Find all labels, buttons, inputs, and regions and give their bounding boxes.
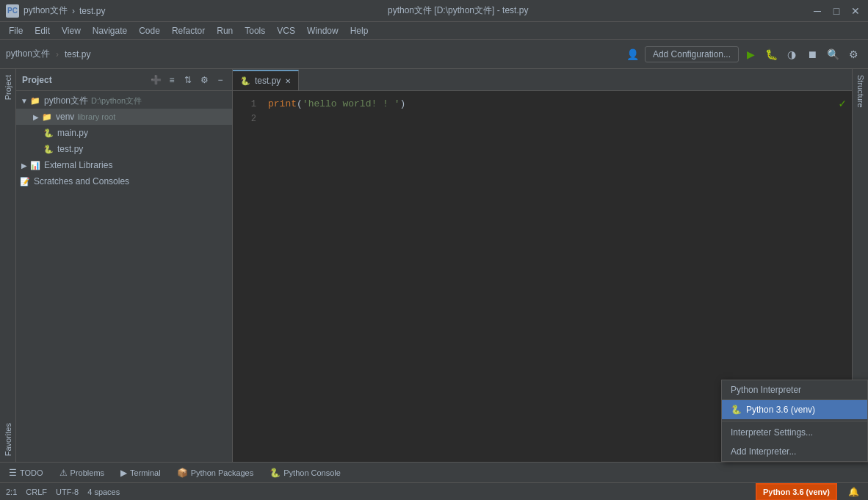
menu-item-vcs[interactable]: VCS bbox=[271, 24, 301, 37]
collapse-icon[interactable]: − bbox=[214, 74, 226, 86]
context-menu: Python Interpreter 🐍 Python 3.6 (venv) I… bbox=[721, 380, 868, 462]
code-line-1: print('hello world! ! ') bbox=[268, 97, 846, 112]
left-sidebar-tab: Project Favorites bbox=[0, 69, 16, 462]
packages-label: Python Packages bbox=[191, 468, 254, 477]
tree-test-py[interactable]: 🐍 test.py bbox=[16, 141, 232, 157]
menu-item-refactor[interactable]: Refactor bbox=[166, 24, 211, 37]
close-button[interactable]: ✕ bbox=[849, 4, 862, 18]
menu-item-window[interactable]: Window bbox=[301, 24, 344, 37]
add-configuration-button[interactable]: Add Configuration... bbox=[645, 46, 739, 62]
search-button[interactable]: 🔍 bbox=[824, 46, 842, 63]
cursor-position: 2:1 bbox=[6, 488, 17, 496]
paren-open: ( bbox=[297, 98, 303, 109]
menu-item-view[interactable]: View bbox=[56, 24, 87, 37]
sort-icon[interactable]: ≡ bbox=[166, 74, 178, 86]
add-folder-icon[interactable]: ➕ bbox=[150, 74, 162, 86]
tree-external-libs[interactable]: ▶ 📊 External Libraries bbox=[16, 157, 232, 173]
settings-button[interactable]: ⚙ bbox=[845, 46, 862, 63]
tree-root-folder[interactable]: ▼ 📁 python文件 D:\python文件 bbox=[16, 93, 232, 109]
venv-folder-icon: 📁 bbox=[41, 111, 53, 123]
line-numbers: 1 2 bbox=[233, 91, 262, 462]
python-console-tab[interactable]: 🐍 Python Console bbox=[267, 466, 344, 479]
run-button[interactable]: ▶ bbox=[742, 46, 759, 63]
line-ending: CRLF bbox=[26, 488, 47, 496]
project-panel: Project ➕ ≡ ⇅ ⚙ − ▼ 📁 python文件 D:\python… bbox=[16, 69, 233, 462]
tree-scratches[interactable]: 📝 Scratches and Consoles bbox=[16, 173, 232, 189]
line-number-2: 2 bbox=[233, 112, 256, 126]
python-packages-tab[interactable]: 📦 Python Packages bbox=[174, 466, 257, 479]
keyword-print: print bbox=[268, 98, 297, 109]
context-menu-item-python36[interactable]: 🐍 Python 3.6 (venv) bbox=[722, 400, 867, 419]
menu-item-tools[interactable]: Tools bbox=[239, 24, 271, 37]
todo-label: TODO bbox=[20, 468, 43, 477]
encoding: UTF-8 bbox=[56, 488, 79, 496]
sidebar-favorites-tab[interactable]: Favorites bbox=[2, 416, 14, 462]
toolbar-breadcrumb: test.py bbox=[65, 49, 90, 59]
add-interpreter-label: Add Interpreter... bbox=[731, 446, 796, 457]
ext-libs-label: External Libraries bbox=[44, 160, 112, 170]
project-tree: ▼ 📁 python文件 D:\python文件 ▶ 📁 venv librar… bbox=[16, 91, 232, 462]
stop-button[interactable]: ⏹ bbox=[803, 46, 821, 63]
console-label: Python Console bbox=[283, 468, 341, 477]
toolbar-project-label: python文件 bbox=[6, 48, 50, 60]
tab-close-icon[interactable]: ✕ bbox=[285, 77, 291, 85]
menu-item-navigate[interactable]: Navigate bbox=[87, 24, 133, 37]
todo-tab[interactable]: ☰ TODO bbox=[6, 466, 46, 479]
packages-icon: 📦 bbox=[177, 468, 188, 478]
terminal-icon: ▶ bbox=[120, 468, 127, 478]
minimize-button[interactable]: ─ bbox=[811, 4, 824, 18]
editor-tabs: 🐍 test.py ✕ bbox=[233, 69, 852, 91]
line-number-1: 1 bbox=[233, 97, 256, 112]
terminal-tab[interactable]: ▶ Terminal bbox=[117, 466, 164, 479]
root-label: python文件 bbox=[44, 95, 88, 107]
project-panel-title: Project bbox=[22, 75, 145, 85]
user-icon[interactable]: 👤 bbox=[624, 46, 642, 63]
scratches-icon: 📝 bbox=[19, 175, 31, 187]
bottom-toolbar: ☰ TODO ⚠ Problems ▶ Terminal 📦 Python Pa… bbox=[0, 462, 868, 482]
string-literal: 'hello world! ! ' bbox=[303, 98, 400, 109]
tab-label: test.py bbox=[255, 76, 281, 86]
structure-tab[interactable]: Structure bbox=[855, 69, 867, 114]
menu-item-file[interactable]: File bbox=[3, 24, 29, 37]
toolbar-right: 👤 Add Configuration... ▶ 🐛 ◑ ⏹ 🔍 ⚙ bbox=[624, 46, 862, 63]
menu-bar: FileEditViewNavigateCodeRefactorRunTools… bbox=[0, 22, 868, 40]
tree-venv[interactable]: ▶ 📁 venv library root bbox=[16, 109, 232, 125]
scratches-label: Scratches and Consoles bbox=[34, 176, 129, 186]
python-interpreter-status[interactable]: Python 3.6 (venv) bbox=[756, 483, 837, 501]
menu-item-run[interactable]: Run bbox=[211, 24, 239, 37]
toolbar-left: python文件 › test.py bbox=[6, 48, 620, 60]
toolbar: python文件 › test.py 👤 Add Configuration..… bbox=[0, 40, 868, 69]
problems-tab[interactable]: ⚠ Problems bbox=[57, 466, 107, 479]
editor-tab-test-py[interactable]: 🐍 test.py ✕ bbox=[233, 70, 299, 90]
root-path: D:\python文件 bbox=[91, 95, 142, 106]
python36-icon: 🐍 bbox=[731, 405, 742, 415]
project-name: python文件 bbox=[23, 4, 68, 17]
test-py-label: test.py bbox=[57, 144, 83, 154]
settings-label: Interpreter Settings... bbox=[731, 427, 813, 438]
context-menu-item-settings[interactable]: Interpreter Settings... bbox=[722, 423, 867, 442]
root-folder-icon: 📁 bbox=[29, 95, 41, 106]
menu-item-help[interactable]: Help bbox=[344, 24, 375, 37]
console-icon: 🐍 bbox=[270, 468, 281, 478]
python36-label: Python 3.6 (venv) bbox=[746, 405, 815, 415]
menu-item-edit[interactable]: Edit bbox=[29, 24, 56, 37]
debug-button[interactable]: 🐛 bbox=[762, 46, 780, 63]
project-panel-header: Project ➕ ≡ ⇅ ⚙ − bbox=[16, 69, 232, 91]
context-menu-item-add-interpreter[interactable]: Add Interpreter... bbox=[722, 442, 867, 461]
tab-icon: 🐍 bbox=[240, 76, 250, 86]
context-menu-title: Python Interpreter bbox=[722, 380, 867, 400]
maximize-button[interactable]: □ bbox=[830, 4, 843, 18]
tree-main-py[interactable]: 🐍 main.py bbox=[16, 125, 232, 141]
status-right: Python 3.6 (venv) 🔔 bbox=[756, 483, 862, 501]
sidebar-project-tab[interactable]: Project bbox=[2, 69, 14, 107]
ext-libs-icon: 📊 bbox=[29, 159, 41, 171]
context-menu-sep1 bbox=[722, 421, 867, 421]
menu-item-code[interactable]: Code bbox=[133, 24, 166, 37]
settings-icon[interactable]: ⚙ bbox=[198, 74, 210, 86]
test-py-icon: 🐍 bbox=[43, 143, 54, 155]
todo-icon: ☰ bbox=[9, 468, 17, 478]
coverage-button[interactable]: ◑ bbox=[783, 46, 800, 63]
expand-icon[interactable]: ⇅ bbox=[182, 74, 194, 86]
window-title: python文件 [D:\python文件] - test.py bbox=[388, 5, 528, 15]
status-icon[interactable]: 🔔 bbox=[845, 483, 862, 501]
